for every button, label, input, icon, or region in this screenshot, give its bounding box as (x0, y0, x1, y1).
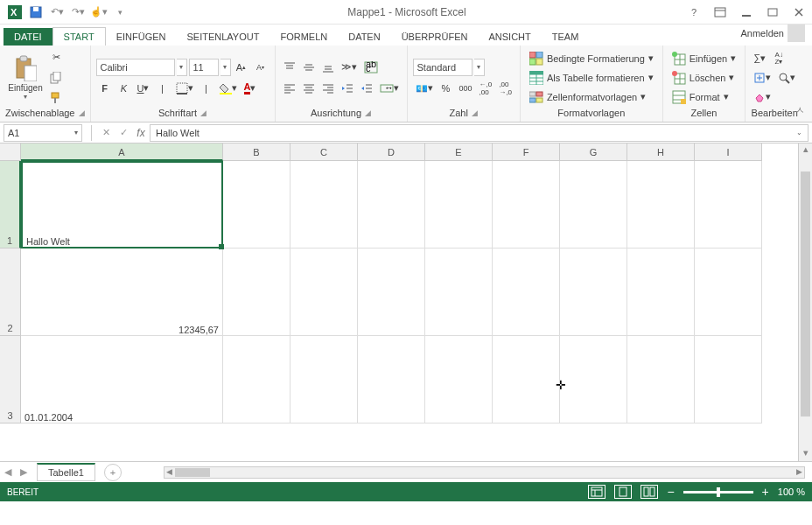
column-header-D[interactable]: D (358, 144, 425, 161)
find-select-icon[interactable]: ▾ (775, 69, 798, 87)
cells-area[interactable]: Hallo Welt12345,6701.01.2004 (21, 161, 798, 461)
undo-icon[interactable]: ↶▾ (47, 3, 66, 22)
excel-icon[interactable]: X (5, 3, 24, 22)
conditional-formatting-button[interactable]: Bedingte Formatierung▾ (526, 50, 657, 67)
cell-A2[interactable]: 12345,67 (21, 248, 223, 336)
clipboard-launcher-icon[interactable]: ◢ (79, 108, 85, 117)
format-cells-button[interactable]: Format▾ (668, 88, 739, 106)
align-right-icon[interactable] (319, 80, 337, 97)
tab-einfuegen[interactable]: EINFÜGEN (106, 28, 177, 46)
align-top-icon[interactable] (281, 59, 298, 76)
merge-center-icon[interactable]: ↔▾ (377, 80, 402, 97)
name-box-dropdown-icon[interactable]: ▾ (74, 129, 78, 136)
percent-format-icon[interactable]: % (438, 80, 455, 97)
cell-C2[interactable] (290, 248, 358, 336)
vscroll-thumb[interactable] (801, 172, 810, 416)
zoom-slider[interactable] (683, 491, 753, 494)
align-bottom-icon[interactable] (319, 59, 337, 76)
increase-decimal-icon[interactable]: ←,0,00 (477, 80, 495, 97)
cell-F1[interactable] (493, 161, 560, 248)
cell-I1[interactable] (695, 161, 762, 248)
fill-icon[interactable]: ▾ (751, 69, 774, 87)
font-size-dropdown-icon[interactable]: ▾ (220, 59, 231, 76)
insert-cells-button[interactable]: Einfügen▾ (668, 50, 739, 67)
cell-styles-button[interactable]: Zellenformatvorlagen▾ (526, 88, 657, 106)
vertical-scrollbar[interactable]: ▴ ▾ (798, 144, 812, 461)
cell-H3[interactable] (627, 336, 695, 424)
cancel-formula-icon[interactable]: ✕ (97, 124, 115, 142)
tab-formeln[interactable]: FORMELN (270, 28, 338, 46)
cell-B1[interactable] (223, 161, 290, 248)
cell-A1[interactable]: Hallo Welt (21, 161, 223, 248)
column-header-E[interactable]: E (425, 144, 493, 161)
number-format-select[interactable]: Standard (413, 59, 472, 76)
cell-E3[interactable] (425, 336, 493, 424)
column-header-H[interactable]: H (627, 144, 695, 161)
cell-A3[interactable]: 01.01.2004 (21, 336, 223, 424)
sign-in[interactable]: Anmelden (733, 21, 812, 46)
decrease-decimal-icon[interactable]: ,00→,0 (496, 80, 514, 97)
hscroll-thumb[interactable] (175, 468, 210, 477)
cell-G1[interactable] (560, 161, 627, 248)
cell-I2[interactable] (695, 248, 762, 336)
minimize-icon[interactable] (737, 3, 756, 22)
autosum-icon[interactable]: ∑▾ (751, 50, 768, 67)
font-color-icon[interactable]: A▾ (242, 80, 259, 97)
collapse-ribbon-icon[interactable]: ㅅ (794, 103, 805, 118)
format-painter-icon[interactable] (47, 89, 65, 107)
tab-team[interactable]: Team (542, 28, 590, 46)
increase-font-icon[interactable]: A▴ (233, 59, 250, 76)
fx-icon[interactable]: fx (132, 127, 150, 139)
font-name-dropdown-icon[interactable]: ▾ (177, 59, 187, 76)
decrease-indent-icon[interactable] (339, 80, 356, 97)
name-box[interactable]: A1▾ (4, 124, 82, 142)
select-all-corner[interactable] (0, 144, 21, 161)
enter-formula-icon[interactable]: ✓ (115, 124, 132, 142)
sheet-tab-tabelle1[interactable]: Tabelle1 (37, 463, 95, 481)
italic-button[interactable]: K (116, 80, 133, 97)
underline-button[interactable]: U▾ (135, 80, 152, 97)
cell-G2[interactable] (560, 248, 627, 336)
cell-I3[interactable] (695, 336, 762, 424)
column-header-I[interactable]: I (695, 144, 762, 161)
cell-E2[interactable] (425, 248, 493, 336)
sort-filter-icon[interactable]: A↓Z▾ (770, 50, 788, 67)
tab-daten[interactable]: DATEN (338, 28, 390, 46)
clear-icon[interactable]: ▾ (751, 88, 774, 106)
wrap-text-icon[interactable]: abc (361, 59, 381, 76)
column-header-G[interactable]: G (560, 144, 627, 161)
cell-E1[interactable] (425, 161, 493, 248)
view-page-layout-icon[interactable] (614, 485, 632, 499)
delete-cells-button[interactable]: Löschen▾ (668, 69, 739, 87)
cell-C3[interactable] (290, 336, 358, 424)
cell-D1[interactable] (358, 161, 425, 248)
close-icon[interactable] (789, 3, 808, 22)
save-icon[interactable] (26, 3, 46, 22)
fill-color-icon[interactable]: ▾ (217, 80, 240, 97)
accounting-format-icon[interactable]: 💶▾ (413, 80, 436, 97)
cell-G3[interactable] (560, 336, 627, 424)
maximize-icon[interactable] (763, 3, 782, 22)
view-normal-icon[interactable] (588, 485, 606, 499)
column-header-B[interactable]: B (223, 144, 290, 161)
cell-B3[interactable] (223, 336, 290, 424)
formula-bar[interactable]: Hallo Welt⌄ (150, 124, 808, 142)
column-header-C[interactable]: C (290, 144, 358, 161)
redo-icon[interactable]: ↷▾ (68, 3, 88, 22)
cell-H1[interactable] (627, 161, 695, 248)
view-page-break-icon[interactable] (640, 485, 658, 499)
sheet-nav-prev-icon[interactable]: ◀ (0, 465, 16, 480)
ribbon-display-icon[interactable] (710, 3, 730, 22)
orientation-icon[interactable]: ≫▾ (339, 59, 360, 76)
formula-expand-icon[interactable]: ⌄ (796, 129, 802, 136)
copy-icon[interactable] (47, 69, 65, 87)
font-size-select[interactable]: 11 (189, 59, 219, 76)
row-header-3[interactable]: 3 (0, 336, 21, 424)
cell-F2[interactable] (493, 248, 560, 336)
row-header-2[interactable]: 2 (0, 248, 21, 336)
align-left-icon[interactable] (281, 80, 298, 97)
zoom-level[interactable]: 100 % (778, 486, 805, 497)
cell-D3[interactable] (358, 336, 425, 424)
sheet-nav-next-icon[interactable]: ▶ (16, 465, 32, 480)
increase-indent-icon[interactable] (358, 80, 375, 97)
